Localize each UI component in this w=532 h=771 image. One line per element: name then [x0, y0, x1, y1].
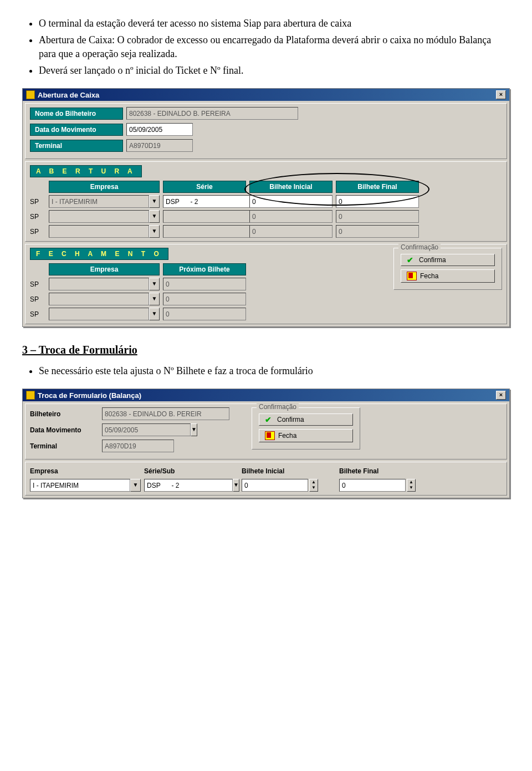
doc-bullet-list: Se necessário este tela ajusta o Nº Bilh…: [39, 364, 510, 377]
bilhete-inicial-field[interactable]: [249, 195, 332, 208]
fecha-button[interactable]: Fecha: [401, 269, 495, 283]
serie-field[interactable]: [163, 225, 252, 238]
data-movimento-field[interactable]: [102, 423, 191, 436]
proximo-bilhete-field[interactable]: [163, 278, 246, 290]
spinner-icon[interactable]: ▲▼: [407, 479, 416, 492]
spinner-icon[interactable]: ▲▼: [309, 479, 318, 492]
col-bilhete-inicial: Bilhete Inicial: [249, 181, 332, 193]
check-icon: ✔: [407, 256, 416, 264]
panel-row-header: Empresa Série/Sub Bilhete Inicial Bilhet…: [25, 462, 507, 496]
proximo-bilhete-field[interactable]: [163, 308, 246, 320]
nome-bilheteiro-field: [126, 107, 298, 120]
empresa-combo[interactable]: ▼: [49, 278, 160, 290]
col-bilhete-inicial: Bilhete Inicial: [242, 466, 336, 477]
bilhete-inicial-field[interactable]: [249, 210, 332, 223]
empresa-combo[interactable]: ▼: [30, 479, 141, 492]
chevron-down-icon[interactable]: ▼: [149, 210, 160, 223]
row-prefix: SP: [30, 310, 45, 318]
empresa-field[interactable]: [49, 278, 149, 290]
check-icon: ✔: [265, 416, 274, 423]
row-prefix: SP: [30, 198, 45, 206]
serie-field[interactable]: [163, 210, 252, 223]
panel-abertura: A B E R T U R A Empresa Série Bilhete In…: [25, 161, 507, 242]
app-icon: [26, 90, 35, 99]
col-serie: Série: [163, 181, 246, 193]
serie-combo[interactable]: ▼: [144, 479, 238, 492]
bilhete-inicial-field[interactable]: [249, 225, 332, 238]
bilhete-final-field[interactable]: [336, 195, 419, 208]
row-prefix: SP: [30, 228, 45, 236]
section-title-abertura: A B E R T U R A: [30, 165, 142, 177]
button-label: Fecha: [420, 272, 438, 280]
close-icon[interactable]: ×: [496, 391, 506, 400]
col-empresa: Empresa: [49, 263, 160, 275]
window-troca-formulario: Troca de Formulario (Balança) × Bilhetei…: [22, 389, 510, 498]
empresa-combo[interactable]: ▼: [49, 195, 160, 208]
data-movimento-combo[interactable]: ▼: [102, 423, 168, 436]
empresa-combo[interactable]: ▼: [49, 293, 160, 305]
window-abertura-caixa: Abertura de Caixa × Nome do Bilheteiro D…: [22, 88, 510, 327]
button-label: Fecha: [278, 432, 296, 440]
fecha-button[interactable]: Fecha: [259, 429, 353, 442]
panel-info: Nome do Bilheteiro Data do Movimento Ter…: [25, 103, 507, 159]
bilhete-final-field[interactable]: [336, 225, 419, 238]
doc-bullet: Se necessário este tela ajusta o Nº Bilh…: [39, 364, 510, 377]
doc-bullet: O terminal da estação deverá ter acesso …: [39, 17, 510, 30]
close-icon[interactable]: ×: [496, 90, 506, 99]
chevron-down-icon[interactable]: ▼: [191, 423, 197, 436]
button-label: Confirma: [419, 256, 446, 264]
section-title-fechamento: F E C H A M E N T O: [30, 248, 168, 260]
col-serie-sub: Série/Sub: [144, 466, 238, 477]
label-terminal: Terminal: [30, 140, 123, 152]
close-door-icon: [407, 272, 417, 280]
serie-combo[interactable]: ▼: [163, 210, 246, 223]
bilheteiro-field: [102, 407, 229, 420]
empresa-field[interactable]: [49, 210, 149, 223]
data-movimento-field[interactable]: [126, 123, 193, 136]
chevron-down-icon[interactable]: ▼: [149, 308, 160, 320]
confirma-button[interactable]: ✔ Confirma: [259, 413, 353, 426]
groupbox-legend: Confirmação: [257, 403, 299, 411]
chevron-down-icon[interactable]: ▼: [149, 195, 160, 208]
empresa-field[interactable]: [49, 225, 149, 238]
proximo-bilhete-field[interactable]: [163, 293, 246, 305]
empresa-field[interactable]: [49, 293, 149, 305]
empresa-combo[interactable]: ▼: [49, 210, 160, 223]
empresa-combo[interactable]: ▼: [49, 225, 160, 238]
bilhete-final-field[interactable]: [336, 210, 419, 223]
serie-field[interactable]: [144, 479, 233, 492]
serie-combo[interactable]: ▼: [163, 195, 246, 208]
close-door-icon: [265, 431, 275, 440]
empresa-field[interactable]: [49, 308, 149, 320]
doc-bullet: Deverá ser lançado o nº inicial do Ticke…: [39, 64, 510, 77]
confirma-button[interactable]: ✔ Confirma: [401, 254, 495, 266]
bilhete-inicial-field[interactable]: [242, 479, 308, 492]
col-bilhete-final: Bilhete Final: [339, 466, 433, 477]
label-bilheteiro: Bilheteiro: [30, 409, 102, 420]
empresa-field[interactable]: [49, 195, 149, 208]
doc-bullet-list: O terminal da estação deverá ter acesso …: [39, 17, 510, 77]
serie-field[interactable]: [163, 195, 252, 208]
terminal-field: [126, 139, 193, 152]
col-proximo-bilhete: Próximo Bilhete: [163, 263, 246, 275]
empresa-field[interactable]: [30, 479, 130, 492]
col-empresa: Empresa: [49, 181, 160, 193]
chevron-down-icon[interactable]: ▼: [149, 293, 160, 305]
col-empresa: Empresa: [30, 466, 141, 477]
chevron-down-icon[interactable]: ▼: [130, 479, 141, 492]
titlebar: Abertura de Caixa ×: [23, 89, 509, 101]
empresa-combo[interactable]: ▼: [49, 308, 160, 320]
doc-bullet: Abertura de Caixa: O cobrador de excesso…: [39, 33, 510, 60]
terminal-field: [102, 440, 174, 452]
window-title: Abertura de Caixa: [38, 91, 99, 99]
row-prefix: SP: [30, 213, 45, 221]
chevron-down-icon[interactable]: ▼: [233, 479, 239, 492]
bilhete-final-field[interactable]: [339, 479, 406, 492]
section-heading-troca: 3 – Troca de Formulário: [22, 344, 510, 356]
panel-fechamento: F E C H A M E N T O Empresa Próximo Bilh…: [25, 244, 507, 324]
panel-info: Bilheteiro Data Movimento ▼ Terminal Con…: [25, 404, 507, 459]
col-bilhete-final: Bilhete Final: [336, 181, 419, 193]
chevron-down-icon[interactable]: ▼: [149, 225, 160, 238]
serie-combo[interactable]: ▼: [163, 225, 246, 238]
chevron-down-icon[interactable]: ▼: [149, 278, 160, 290]
